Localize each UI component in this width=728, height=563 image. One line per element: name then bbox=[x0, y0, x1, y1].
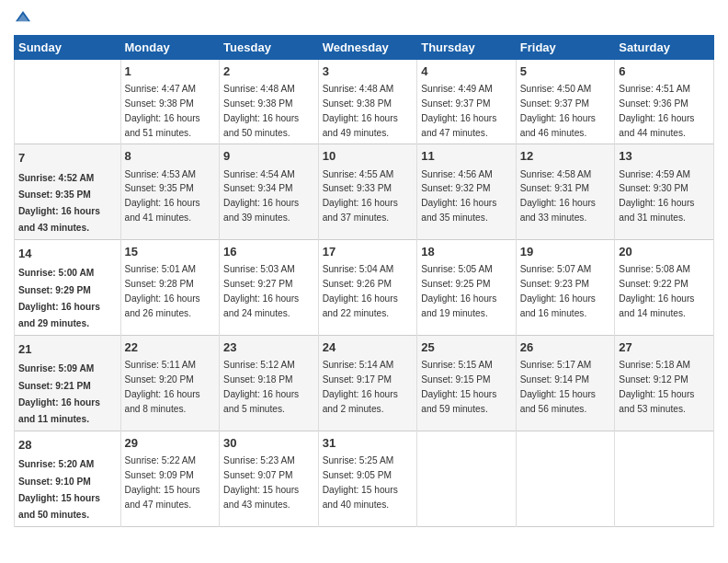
cell-line-0: Sunrise: 5:20 AM bbox=[18, 459, 94, 469]
cell-line-2: Daylight: 16 hours bbox=[421, 113, 496, 123]
header-cell-thursday: Thursday bbox=[417, 36, 517, 60]
page: SundayMondayTuesdayWednesdayThursdayFrid… bbox=[0, 0, 728, 563]
day-number: 16 bbox=[223, 244, 314, 260]
cell-w1-d3: 10Sunrise: 4:55 AMSunset: 9:33 PMDayligh… bbox=[318, 144, 417, 240]
cell-w1-d5: 12Sunrise: 4:58 AMSunset: 9:31 PMDayligh… bbox=[516, 144, 615, 240]
day-number: 12 bbox=[520, 148, 611, 165]
cell-line-2: Daylight: 16 hours bbox=[18, 302, 100, 312]
cell-line-1: Sunset: 9:31 PM bbox=[520, 183, 589, 193]
cell-line-1: Sunset: 9:28 PM bbox=[125, 279, 194, 289]
cell-line-0: Sunrise: 4:50 AM bbox=[520, 84, 592, 94]
cell-line-1: Sunset: 9:35 PM bbox=[125, 183, 194, 193]
cell-w2-d3: 17Sunrise: 5:04 AMSunset: 9:26 PMDayligh… bbox=[318, 240, 417, 336]
cell-line-2: Daylight: 15 hours bbox=[223, 485, 299, 495]
cell-line-2: Daylight: 16 hours bbox=[619, 293, 694, 304]
cell-line-1: Sunset: 9:21 PM bbox=[18, 381, 91, 391]
cell-line-1: Sunset: 9:37 PM bbox=[421, 98, 490, 109]
cell-line-2: Daylight: 16 hours bbox=[223, 389, 299, 399]
cell-line-3: and 44 minutes. bbox=[619, 128, 686, 138]
cell-line-3: and 43 minutes. bbox=[18, 223, 89, 233]
cell-line-1: Sunset: 9:27 PM bbox=[223, 279, 292, 289]
week-row-5: 28Sunrise: 5:20 AMSunset: 9:10 PMDayligh… bbox=[15, 431, 714, 527]
cell-line-0: Sunrise: 4:53 AM bbox=[125, 169, 197, 179]
cell-line-0: Sunrise: 4:48 AM bbox=[323, 84, 394, 94]
cell-line-1: Sunset: 9:05 PM bbox=[323, 470, 392, 480]
week-row-4: 21Sunrise: 5:09 AMSunset: 9:21 PMDayligh… bbox=[15, 336, 714, 431]
cell-w3-d1: 22Sunrise: 5:11 AMSunset: 9:20 PMDayligh… bbox=[120, 336, 220, 431]
cell-line-3: and 29 minutes. bbox=[18, 318, 89, 328]
day-number: 6 bbox=[619, 63, 710, 80]
cell-line-1: Sunset: 9:23 PM bbox=[520, 279, 589, 289]
cell-line-0: Sunrise: 5:17 AM bbox=[520, 360, 592, 370]
cell-line-3: and 37 minutes. bbox=[323, 213, 390, 223]
cell-line-2: Daylight: 15 hours bbox=[323, 485, 398, 495]
cell-line-0: Sunrise: 5:00 AM bbox=[18, 268, 94, 278]
day-number: 28 bbox=[18, 437, 117, 454]
cell-line-2: Daylight: 16 hours bbox=[520, 198, 596, 208]
cell-line-2: Daylight: 16 hours bbox=[323, 389, 398, 399]
cell-line-3: and 43 minutes. bbox=[223, 500, 290, 510]
cell-line-2: Daylight: 15 hours bbox=[619, 389, 694, 399]
cell-w0-d3: 3Sunrise: 4:48 AMSunset: 9:38 PMDaylight… bbox=[318, 60, 417, 144]
cell-line-2: Daylight: 16 hours bbox=[18, 397, 100, 408]
cell-line-3: and 2 minutes. bbox=[323, 404, 384, 414]
cell-w3-d0: 21Sunrise: 5:09 AMSunset: 9:21 PMDayligh… bbox=[15, 336, 121, 431]
cell-line-0: Sunrise: 4:47 AM bbox=[125, 84, 197, 94]
cell-line-3: and 59 minutes. bbox=[421, 404, 488, 414]
cell-line-1: Sunset: 9:14 PM bbox=[520, 374, 589, 385]
cell-line-2: Daylight: 16 hours bbox=[619, 198, 694, 208]
week-row-2: 7Sunrise: 4:52 AMSunset: 9:35 PMDaylight… bbox=[15, 144, 714, 240]
day-number: 14 bbox=[18, 246, 117, 262]
cell-w1-d0: 7Sunrise: 4:52 AMSunset: 9:35 PMDaylight… bbox=[15, 144, 121, 240]
cell-w0-d5: 5Sunrise: 4:50 AMSunset: 9:37 PMDaylight… bbox=[516, 60, 615, 144]
cell-line-0: Sunrise: 4:52 AM bbox=[18, 173, 94, 183]
cell-line-1: Sunset: 9:26 PM bbox=[323, 279, 392, 289]
cell-line-1: Sunset: 9:38 PM bbox=[223, 98, 292, 109]
cell-w1-d2: 9Sunrise: 4:54 AMSunset: 9:34 PMDaylight… bbox=[220, 144, 319, 240]
cell-line-3: and 19 minutes. bbox=[421, 308, 488, 318]
week-row-3: 14Sunrise: 5:00 AMSunset: 9:29 PMDayligh… bbox=[15, 240, 714, 336]
cell-line-1: Sunset: 9:30 PM bbox=[619, 183, 688, 193]
header-row: SundayMondayTuesdayWednesdayThursdayFrid… bbox=[15, 36, 714, 60]
cell-line-2: Daylight: 15 hours bbox=[18, 493, 100, 503]
cell-line-2: Daylight: 16 hours bbox=[18, 206, 100, 216]
cell-line-3: and 16 minutes. bbox=[520, 308, 587, 318]
cell-line-0: Sunrise: 5:08 AM bbox=[619, 264, 690, 274]
cell-line-0: Sunrise: 5:14 AM bbox=[323, 360, 394, 370]
cell-line-3: and 39 minutes. bbox=[223, 213, 290, 223]
cell-line-1: Sunset: 9:17 PM bbox=[323, 374, 392, 385]
cell-line-2: Daylight: 15 hours bbox=[421, 389, 496, 399]
cell-line-1: Sunset: 9:07 PM bbox=[223, 470, 292, 480]
cell-line-2: Daylight: 16 hours bbox=[520, 113, 596, 123]
day-number: 23 bbox=[223, 339, 314, 356]
cell-line-2: Daylight: 16 hours bbox=[520, 293, 596, 304]
cell-line-1: Sunset: 9:22 PM bbox=[619, 279, 688, 289]
cell-w4-d5 bbox=[516, 431, 615, 527]
cell-line-3: and 11 minutes. bbox=[18, 414, 89, 424]
cell-line-3: and 26 minutes. bbox=[125, 308, 192, 318]
cell-line-1: Sunset: 9:32 PM bbox=[421, 183, 490, 193]
cell-line-0: Sunrise: 4:49 AM bbox=[421, 84, 493, 94]
cell-w2-d5: 19Sunrise: 5:07 AMSunset: 9:23 PMDayligh… bbox=[516, 240, 615, 336]
cell-line-3: and 31 minutes. bbox=[619, 213, 686, 223]
cell-line-2: Daylight: 16 hours bbox=[125, 198, 200, 208]
cell-line-1: Sunset: 9:37 PM bbox=[520, 98, 589, 109]
cell-w2-d0: 14Sunrise: 5:00 AMSunset: 9:29 PMDayligh… bbox=[15, 240, 121, 336]
cell-w4-d3: 31Sunrise: 5:25 AMSunset: 9:05 PMDayligh… bbox=[318, 431, 417, 527]
cell-line-0: Sunrise: 5:12 AM bbox=[223, 360, 295, 370]
day-number: 5 bbox=[520, 63, 611, 80]
cell-w4-d0: 28Sunrise: 5:20 AMSunset: 9:10 PMDayligh… bbox=[15, 431, 121, 527]
logo-icon bbox=[14, 9, 32, 28]
logo bbox=[14, 9, 34, 28]
cell-w2-d6: 20Sunrise: 5:08 AMSunset: 9:22 PMDayligh… bbox=[615, 240, 714, 336]
cell-line-3: and 33 minutes. bbox=[520, 213, 587, 223]
day-number: 4 bbox=[421, 63, 512, 80]
day-number: 9 bbox=[223, 148, 314, 165]
cell-line-3: and 50 minutes. bbox=[223, 128, 290, 138]
day-number: 26 bbox=[520, 339, 611, 356]
cell-line-1: Sunset: 9:18 PM bbox=[223, 374, 292, 385]
cell-line-2: Daylight: 15 hours bbox=[125, 485, 200, 495]
cell-line-1: Sunset: 9:35 PM bbox=[18, 190, 91, 200]
cell-w2-d2: 16Sunrise: 5:03 AMSunset: 9:27 PMDayligh… bbox=[220, 240, 319, 336]
cell-line-1: Sunset: 9:25 PM bbox=[421, 279, 490, 289]
